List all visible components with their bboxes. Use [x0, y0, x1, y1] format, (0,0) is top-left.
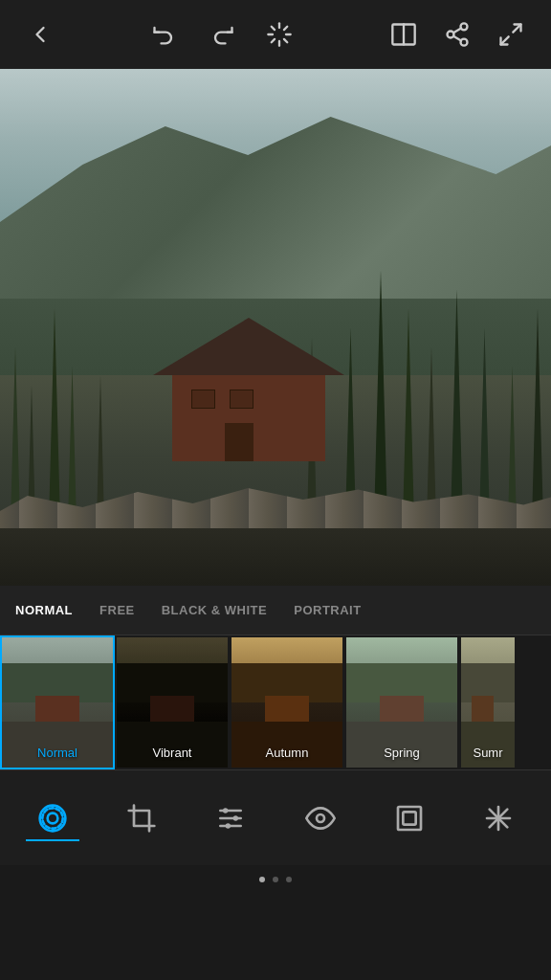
frame-tool[interactable] — [383, 795, 436, 841]
filter-thumbnails-row: Normal Vibrant Autumn Spring — [0, 635, 551, 769]
nav-dot-3 — [286, 877, 292, 882]
svg-line-2 — [272, 27, 275, 30]
main-image — [0, 69, 551, 586]
filter-thumb-summer-label: Sumr — [461, 746, 515, 760]
svg-point-17 — [47, 813, 57, 823]
compare-button[interactable] — [386, 17, 421, 52]
svg-line-13 — [453, 36, 461, 41]
svg-line-15 — [513, 25, 520, 33]
svg-point-26 — [317, 814, 324, 822]
filter-category-tabs: NORMAL FREE BLACK & WHITE PORTRAIT — [0, 586, 551, 635]
filter-thumb-autumn[interactable]: Autumn — [230, 635, 344, 769]
svg-point-18 — [42, 808, 62, 828]
filter-thumb-normal-label: Normal — [2, 746, 113, 760]
svg-line-3 — [284, 39, 287, 42]
filter-thumb-spring-label: Spring — [346, 746, 457, 760]
toolbar-right-actions — [386, 17, 528, 52]
crop-tool[interactable] — [115, 795, 168, 841]
fullscreen-button[interactable] — [494, 17, 528, 52]
foreground-ground — [0, 528, 551, 586]
nav-dot-1 — [259, 877, 265, 882]
svg-line-7 — [284, 27, 287, 30]
filter-thumb-vibrant-label: Vibrant — [117, 746, 228, 760]
adjust-tool[interactable] — [204, 795, 257, 841]
filter-tab-free[interactable]: FREE — [99, 599, 135, 621]
filter-tab-portrait[interactable]: PORTRAIT — [294, 599, 361, 621]
svg-rect-28 — [403, 812, 415, 824]
svg-line-6 — [272, 39, 275, 42]
nav-dot-2 — [273, 877, 278, 882]
nav-dots — [0, 865, 551, 894]
undo-button[interactable] — [147, 17, 182, 52]
svg-line-14 — [453, 29, 461, 33]
detail-tool[interactable] — [294, 795, 347, 841]
back-button[interactable] — [23, 17, 57, 52]
filters-tool[interactable] — [26, 795, 79, 841]
top-toolbar — [0, 0, 551, 69]
filter-thumb-normal[interactable]: Normal — [0, 635, 115, 769]
magic-wand-button[interactable] — [262, 17, 297, 52]
svg-point-24 — [233, 815, 238, 820]
house — [153, 327, 344, 461]
filter-tab-normal[interactable]: NORMAL — [15, 599, 73, 621]
svg-point-23 — [223, 808, 228, 813]
toolbar-center-actions — [147, 17, 297, 52]
redo-button[interactable] — [205, 17, 239, 52]
filter-tab-bw[interactable]: BLACK & WHITE — [162, 599, 268, 621]
share-button[interactable] — [440, 17, 474, 52]
house-body — [172, 375, 325, 461]
filter-thumb-vibrant[interactable]: Vibrant — [115, 635, 230, 769]
filter-thumb-spring[interactable]: Spring — [344, 635, 459, 769]
filter-thumb-summer[interactable]: Sumr — [459, 635, 517, 769]
filter-thumb-autumn-label: Autumn — [231, 746, 342, 760]
bottom-toolbar — [0, 769, 551, 865]
healing-tool[interactable] — [472, 795, 525, 841]
svg-point-25 — [226, 823, 231, 828]
svg-rect-27 — [398, 807, 421, 830]
svg-line-16 — [501, 36, 509, 44]
